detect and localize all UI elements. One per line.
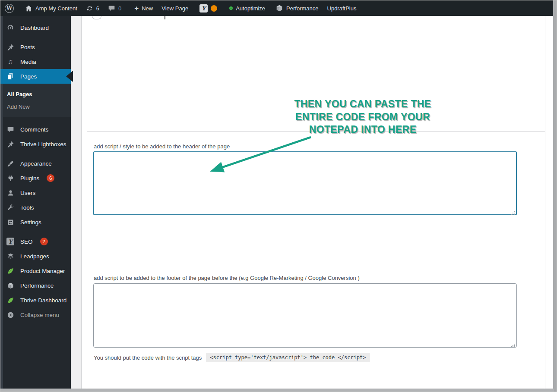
plus-icon: + [134, 5, 139, 12]
seo-count-badge: 2 [40, 238, 48, 245]
editor-panel: add script / style to be added to the he… [81, 16, 553, 389]
sidebar-label: SEO [20, 238, 33, 245]
sidebar-item-settings[interactable]: Settings [0, 215, 71, 229]
performance-menu-button[interactable]: Performance [271, 0, 323, 16]
wrench-icon [6, 203, 15, 212]
annotation-line: THEN YOU CAN PASTE THE [285, 98, 441, 111]
updates-link[interactable]: 6 [82, 0, 104, 16]
updates-count: 6 [96, 5, 99, 12]
cube-icon [275, 4, 283, 12]
comments-bubble-icon [108, 5, 115, 12]
admin-sidebar: Dashboard Posts ♫ Media Pages [0, 16, 71, 389]
pages-submenu: All Pages Add New [0, 84, 71, 117]
sidebar-item-comments[interactable]: Comments [0, 122, 71, 137]
sidebar-label: Appearance [20, 160, 52, 167]
metabox-scripts: add script / style to be added to the he… [87, 131, 545, 389]
sidebar-label: Tools [20, 204, 34, 211]
main-content: add script / style to be added to the he… [71, 16, 553, 389]
hint-code-sample: <script type='text/javascript'> the code… [206, 353, 370, 362]
resize-grip-icon[interactable] [511, 209, 515, 213]
pushpin-icon [6, 140, 15, 148]
pushpin-icon [6, 43, 15, 51]
sidebar-item-media[interactable]: ♫ Media [0, 54, 71, 69]
sidebar-item-tools[interactable]: Tools [0, 200, 71, 215]
yoast-status-dot-icon [211, 5, 217, 12]
sidebar-label: Thrive Dashboard [20, 297, 66, 304]
sidebar-item-thrive-lightboxes[interactable]: Thrive Lightboxes [0, 137, 71, 151]
leaf-icon [6, 296, 15, 304]
sidebar-item-product-manager[interactable]: Product Manager [0, 263, 71, 278]
cube-icon [6, 281, 15, 290]
sidebar-label: Collapse menu [20, 312, 59, 318]
view-page-link[interactable]: View Page [157, 0, 193, 16]
resize-grip-icon[interactable] [511, 342, 515, 346]
sidebar-label: Leadpages [20, 253, 49, 260]
wordpress-logo-icon: W [5, 4, 14, 13]
sidebar-item-pages[interactable]: Pages [0, 69, 71, 84]
submenu-label: All Pages [7, 91, 32, 97]
sidebar-label: Media [20, 59, 36, 65]
sidebar-label: Performance [20, 282, 54, 289]
settings-icon [6, 218, 15, 226]
sidebar-item-dashboard[interactable]: Dashboard [0, 20, 71, 35]
new-label: New [142, 5, 153, 12]
comments-count: 0 [118, 5, 121, 12]
sidebar-item-thrive-dashboard[interactable]: Thrive Dashboard [0, 293, 71, 307]
sidebar-label: Product Manager [20, 268, 65, 274]
new-content-button[interactable]: + New [130, 0, 157, 16]
updraftplus-label: UpdraftPlus [327, 5, 357, 12]
script-tag-hint: You should put the code with the script … [94, 353, 370, 362]
sidebar-item-appearance[interactable]: Appearance [0, 156, 71, 171]
sidebar-item-plugins[interactable]: Plugins 6 [0, 171, 71, 185]
autoptimize-button[interactable]: Autoptimize [225, 0, 269, 16]
submenu-item-add-new[interactable]: Add New [0, 100, 71, 113]
sidebar-label: Settings [20, 219, 41, 226]
wordpress-menu-button[interactable]: W [0, 0, 18, 16]
horizontal-scrollbar[interactable] [0, 389, 554, 392]
pages-icon [6, 72, 15, 81]
layers-icon [6, 252, 15, 260]
admin-bar: W Amp My Content 6 0 + New [0, 0, 554, 16]
collapse-icon [6, 310, 15, 319]
footer-script-label: add script to be added to the footer of … [94, 275, 360, 281]
sidebar-item-collapse-menu[interactable]: Collapse menu [0, 307, 71, 322]
site-name-link[interactable]: Amp My Content [21, 0, 82, 16]
autoptimize-ring-icon [229, 6, 233, 10]
current-page-arrow-icon [66, 71, 73, 82]
updraftplus-button[interactable]: UpdraftPlus [323, 0, 361, 16]
home-icon [25, 5, 32, 12]
view-page-label: View Page [161, 5, 188, 12]
performance-label: Performance [286, 5, 318, 12]
yoast-admin-button[interactable]: Y [195, 0, 222, 16]
leaf-icon [6, 267, 15, 275]
submenu-item-all-pages[interactable]: All Pages [0, 88, 71, 100]
autoptimize-label: Autoptimize [236, 5, 265, 12]
sidebar-item-performance[interactable]: Performance [0, 278, 71, 293]
plugins-count-badge: 6 [47, 174, 54, 182]
sidebar-label: Comments [20, 126, 48, 133]
plug-icon [6, 174, 15, 182]
vertical-scrollbar[interactable] [553, 0, 557, 392]
dashboard-icon [6, 23, 15, 32]
yoast-icon: Y [6, 237, 15, 246]
sidebar-item-leadpages[interactable]: Leadpages [0, 249, 71, 263]
user-icon [6, 188, 15, 197]
updates-icon [86, 5, 93, 12]
sidebar-item-seo[interactable]: Y SEO 2 [0, 234, 71, 249]
text-caret [165, 16, 165, 19]
comment-icon [6, 125, 15, 134]
sidebar-item-users[interactable]: Users [0, 185, 71, 200]
sidebar-label: Pages [20, 73, 37, 80]
sidebar-item-posts[interactable]: Posts [0, 40, 71, 54]
comments-link[interactable]: 0 [104, 0, 126, 16]
yoast-icon: Y [199, 4, 208, 13]
submenu-label: Add New [7, 103, 30, 110]
footer-script-field-wrap [93, 283, 517, 348]
annotation-line: ENTIRE CODE FROM YOUR [285, 111, 441, 124]
sidebar-label: Dashboard [20, 25, 49, 31]
site-name-label: Amp My Content [35, 5, 77, 12]
footer-script-textarea[interactable] [93, 283, 517, 348]
media-icon: ♫ [6, 57, 15, 66]
annotation-text: THEN YOU CAN PASTE THE ENTIRE CODE FROM … [285, 98, 441, 136]
sidebar-label: Posts [20, 44, 35, 50]
